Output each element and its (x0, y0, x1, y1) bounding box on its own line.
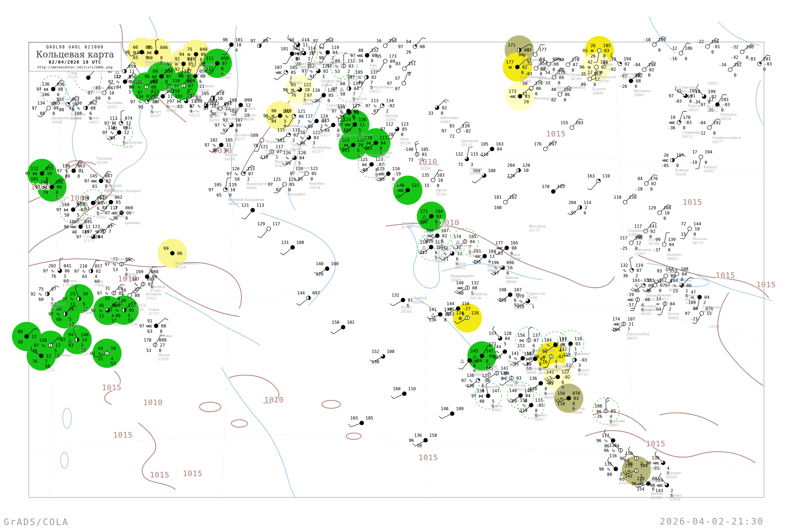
tendency-value: 05 (188, 61, 193, 66)
station-name: Тайпак (297, 166, 310, 170)
pressure-value: 107 (514, 287, 521, 292)
cloud-code-value: 5 (83, 302, 86, 307)
cloud-code-value: 5 (359, 128, 361, 132)
cloud-code-value: 4 (95, 274, 97, 279)
pressure-value: 128 (504, 331, 512, 336)
tendency-value: 10 (438, 178, 443, 183)
tendency-value: 09 (57, 185, 62, 190)
dewpoint-value: 20 (512, 398, 517, 403)
pressure-value: 117 (272, 221, 280, 226)
weather-symbol: M (112, 120, 116, 126)
weather-symbol: ⋈ (33, 171, 37, 176)
tendency-value: 12 (636, 241, 641, 246)
wind-barb-feather (108, 171, 111, 172)
station-id: 38264 (401, 310, 412, 314)
tendency-value: -03 (722, 102, 730, 107)
dewpoint-value: 73 (408, 157, 413, 162)
dewpoint-value: -05 (661, 163, 669, 168)
station-id: 35895 (628, 233, 639, 237)
visibility-value: 97 (130, 99, 135, 104)
tendency-value: -19 (393, 171, 401, 176)
cloud-code-value: 8 (337, 128, 340, 133)
temperature-value: 66 (133, 45, 138, 50)
tendency-value: -27 (463, 306, 471, 311)
temperature-value: 115 (322, 118, 329, 122)
pressure-value: 105 (421, 147, 429, 152)
visibility-value: 97 (205, 142, 210, 148)
weather-symbol: ⋈ (177, 98, 182, 104)
cloud-code-value: 5 (284, 119, 286, 124)
cloud-code-value: 0 (635, 84, 637, 89)
temperature-value: 104 (209, 101, 216, 106)
visibility-value: 96 (64, 224, 69, 229)
visibility-value: 97 (338, 122, 343, 127)
tendency-value: 09 (648, 283, 653, 288)
pressure-value: 147 (492, 388, 499, 394)
station-name: Узынагаш (668, 284, 687, 288)
station-name: Славгород (678, 86, 698, 89)
pressure-value: 113 (256, 203, 264, 208)
isobar-label: 1015 (113, 431, 133, 439)
temperature-value: 150 (39, 338, 47, 343)
tendency-value: 02 (650, 229, 656, 234)
cloud-cover-circle (401, 298, 405, 302)
pressure-value: 189 (658, 37, 666, 42)
weather-symbol: ⋘ (613, 321, 620, 327)
cloud-cover-circle (570, 126, 574, 130)
cloud-code-value: 2 (635, 273, 638, 278)
cloud-code-value: 8 (572, 401, 575, 406)
cloud-cover-circle (283, 183, 287, 187)
tendency-value: 09 (390, 59, 395, 64)
cloud-code-value: 2 (167, 99, 169, 104)
temperature-value: 98 (223, 37, 228, 42)
dewpoint-value: 83 (68, 343, 73, 348)
pressure-value: 102 (509, 195, 517, 200)
wind-barb-feather (568, 213, 571, 215)
visibility-value: 97 (365, 103, 370, 108)
station-name: Bingol (68, 322, 79, 326)
station-id: 35997 (634, 252, 645, 256)
weather-symbol: * (121, 292, 124, 298)
weather-symbol: ⋘ (146, 323, 152, 329)
station-name: Сисиан (159, 334, 172, 338)
cloud-code-value: 8 (77, 174, 80, 179)
tendency-value: 03 (575, 341, 581, 346)
cloud-code-value: 0 (572, 68, 574, 73)
cloud-code-value: 8 (486, 359, 488, 364)
station-id: 38944 (571, 411, 582, 414)
cloud-cover-circle (72, 169, 76, 173)
temperature-value: 138 (609, 443, 617, 448)
station-id: 34476 (224, 157, 235, 161)
pressure-value: 105 (225, 137, 233, 142)
cloud-cover-circle (251, 208, 255, 212)
station-id: 35953 (468, 254, 478, 258)
pressure-value: 123 (401, 121, 408, 127)
pressure-value: 119 (331, 45, 339, 50)
station-name: Семипалатинск (712, 136, 741, 140)
temperature-value: 134 (136, 94, 144, 99)
temperature-value: 173 (509, 89, 516, 94)
station-id: 38685 (472, 373, 483, 377)
dewpoint-value: 80 (212, 148, 217, 153)
weather-symbol: ⋘ (357, 53, 363, 58)
station-name: Торгай (470, 167, 482, 171)
cloud-code-value: 8 (357, 148, 360, 153)
cloud-code-value: 8 (160, 55, 163, 60)
station-id: 17275 (44, 368, 55, 372)
cloud-code-value: 0 (389, 64, 392, 69)
temperature-value: 110 (172, 78, 180, 83)
tendency-value: -05 (536, 403, 544, 408)
tendency-value: -04 (474, 358, 482, 363)
station-plot: -12186-160 (669, 43, 692, 61)
cloud-code-value: 8 (221, 66, 224, 71)
visibility-value: 97 (94, 200, 99, 205)
cloud-cover-circle (430, 214, 434, 218)
pressure-value: 126 (471, 310, 479, 316)
cloud-cover-circle (370, 163, 374, 167)
weather-symbol: ∿ (64, 168, 68, 174)
temperature-value: 113 (151, 89, 159, 94)
wind-barb-feather (109, 218, 113, 220)
cloud-code-value: 4 (118, 296, 120, 301)
cloud-cover-circle (215, 61, 220, 65)
dewpoint-value: -02 (608, 67, 616, 72)
